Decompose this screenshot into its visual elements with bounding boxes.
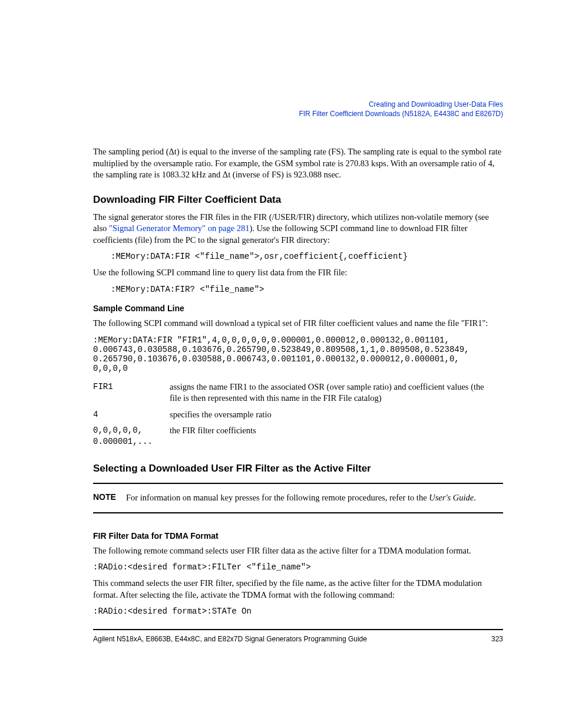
def-term: 0,0,0,0,0, 0.000001,... — [93, 423, 170, 450]
tdma-paragraph-2: This command selects the user FIR filter… — [93, 578, 503, 601]
scpi-command-tdma-state: :RADio:<desired format>:STATe On — [93, 607, 503, 616]
page-header: Creating and Downloading User-Data Files… — [299, 100, 503, 118]
footer-title: Agilent N518xA, E8663B, E44x8C, and E82x… — [93, 635, 367, 643]
table-row: 0,0,0,0,0, 0.000001,... the FIR filter c… — [93, 423, 503, 450]
scpi-command-sample: :MEMory:DATA:FIR "FIR1",4,0,0,0,0,0,0.00… — [93, 335, 503, 373]
scpi-command-tdma-filter: :RADio:<desired format>:FILTer <"file_na… — [93, 562, 503, 572]
scpi-command-query: :MEMory:DATA:FIR? <"file_name"> — [111, 285, 503, 294]
scpi-command-download: :MEMory:DATA:FIR <"file_name">,osr,coeff… — [111, 252, 503, 261]
table-row: FIR1 assigns the name FIR1 to the associ… — [93, 379, 503, 407]
text-run: For information on manual key presses fo… — [126, 493, 429, 502]
text-run: . — [474, 493, 476, 502]
page-footer: Agilent N518xA, E8663B, E44x8C, and E82x… — [93, 629, 503, 643]
definition-table: FIR1 assigns the name FIR1 to the associ… — [93, 379, 503, 450]
subheading-tdma: FIR Filter Data for TDMA Format — [93, 531, 503, 541]
def-desc: the FIR filter coefficients — [170, 423, 503, 450]
tdma-paragraph-1: The following remote command selects use… — [93, 545, 503, 557]
header-chapter: Creating and Downloading User-Data Files — [299, 100, 503, 110]
note-label: NOTE — [93, 492, 124, 502]
subheading-sample: Sample Command Line — [93, 304, 503, 313]
header-section: FIR Filter Coefficient Downloads (N5182A… — [299, 110, 503, 119]
def-term: 4 — [93, 407, 170, 423]
download-paragraph-2: Use the following SCPI command line to q… — [93, 267, 503, 279]
def-term: FIR1 — [93, 379, 170, 407]
cross-reference-link[interactable]: "Signal Generator Memory" on page 281 — [109, 223, 250, 233]
note-body: For information on manual key presses fo… — [126, 492, 501, 504]
def-desc: assigns the name FIR1 to the associated … — [170, 379, 503, 407]
page-number: 323 — [491, 635, 503, 643]
emphasis: User's Guide — [429, 493, 474, 502]
intro-paragraph: The sampling period (Δt) is equal to the… — [93, 146, 503, 181]
note-box: NOTE For information on manual key press… — [93, 483, 503, 513]
def-desc: specifies the oversample ratio — [170, 407, 503, 423]
sample-paragraph: The following SCPI command will download… — [93, 318, 503, 330]
section-heading-download: Downloading FIR Filter Coefficient Data — [93, 194, 503, 206]
download-paragraph-1: The signal generator stores the FIR file… — [93, 212, 503, 246]
section-heading-selecting: Selecting a Downloaded User FIR Filter a… — [93, 463, 503, 475]
document-page: Creating and Downloading User-Data Files… — [0, 0, 562, 728]
table-row: 4 specifies the oversample ratio — [93, 407, 503, 423]
